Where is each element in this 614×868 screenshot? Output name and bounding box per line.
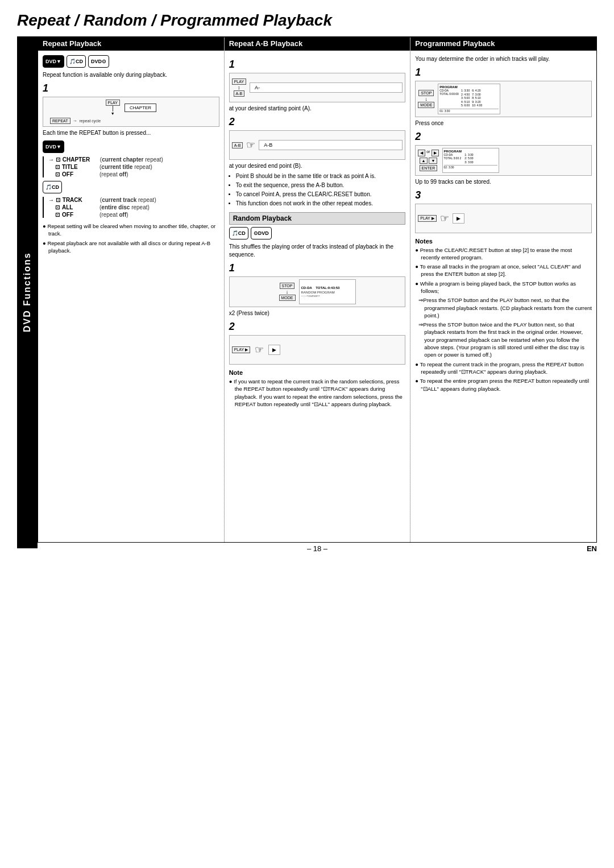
col1-header: Repeat Playback	[38, 37, 224, 51]
random-notes-section: Note ● If you want to repeat the current…	[229, 369, 406, 408]
col3-step1-label: 1	[415, 67, 592, 78]
random-dvd-icon: ⊙DVD	[251, 227, 272, 239]
col2-step2-label: 2	[229, 116, 406, 128]
random-note-title: Note	[229, 369, 406, 376]
col1-notes: ● Repeat setting will be cleared when mo…	[43, 222, 219, 254]
col1-note2: ● Repeat playback are not available with…	[43, 239, 219, 255]
page-title: Repeat / Random / Programmed Playback	[17, 11, 597, 30]
col2-step2-caption: at your desired end point (B).	[229, 162, 406, 170]
col-repeat-playback: Repeat Playback DVD▼ 🎵CD DVD⊙ Repeat fun…	[38, 37, 225, 542]
cd-icon2: 🎵CD	[43, 181, 62, 193]
col3-step2-label: 2	[415, 131, 592, 143]
col1-note1: ● Repeat setting will be cleared when mo…	[43, 222, 219, 238]
cd-repeat-tree: → ⊡ TRACK (current track repeat) ⊡ ALL (…	[43, 197, 219, 218]
col3-step2-diagram: ◀ or ▶ ▲ ▼ ENTER	[415, 145, 592, 176]
col-programmed-playback: Programmed Playback You may determine th…	[410, 37, 596, 542]
col1-step1-diagram: PLAY ▼ CHAPTER REPEAT → repea	[43, 97, 219, 127]
random-cd-icon: 🎵CD	[229, 227, 248, 239]
col2-note-cancel: To cancel Point A, press the CLEAR/C.RES…	[236, 191, 406, 199]
col2-step2-diagram: A-B ☞ A-B	[229, 130, 406, 160]
col2-step1-diagram: PLAY ↕ A-B A-	[229, 73, 406, 102]
col3-step1-caption: Press once	[415, 119, 592, 127]
col3-note5: ⇒Press the STOP button twice and the PLA…	[415, 321, 592, 358]
col3-notes-title: Notes	[415, 238, 592, 245]
col3-intro: You may determine the order in which tra…	[415, 55, 592, 63]
col3-header: Programmed Playback	[410, 37, 596, 51]
col2-step1-caption: at your desired starting point (A).	[229, 105, 406, 113]
col-repeat-ab: Repeat A-B Playback 1 PLAY ↕ A-B A-	[225, 37, 411, 542]
dvd-disc-icon: DVD⊙	[88, 55, 109, 68]
col3-note1: ● Press the CLEAR/C.RESET button at step…	[415, 246, 592, 262]
col1-step1-label: 1	[43, 82, 219, 94]
col3-note4: ⇒Press the STOP button and the PLAY butt…	[415, 296, 592, 319]
col3-step1-diagram: STOP ↓ MODE PROGRAM CD-DA TOTAL 0:00:00	[415, 81, 592, 117]
cd-icon1: 🎵CD	[67, 55, 86, 68]
col2-note-function: This function does not work in the other…	[236, 200, 406, 208]
col3-step3-diagram: PLAY ▶ ☞ ▶	[415, 204, 592, 233]
dvdv-icon2: DVD▼	[43, 140, 64, 153]
col3-note6: ● To repeat the current track in the pro…	[415, 361, 592, 376]
en-label: EN	[587, 544, 597, 553]
random-step2-label: 2	[229, 321, 406, 333]
col3-note7: ● To repeat the entire program press the…	[415, 377, 592, 392]
col2-note-pointb: Point B should be in the same title or t…	[236, 172, 406, 180]
random-step1-label: 1	[229, 262, 406, 274]
col1-cd-icons: 🎵CD	[43, 181, 219, 193]
col2-note-exit: To exit the sequence, press the A-B butt…	[236, 181, 406, 189]
col3-note2: ● To erase all tracks in the program at …	[415, 263, 592, 278]
col2-notes: Point B should be in the same title or t…	[236, 172, 406, 208]
random-step2-diagram: PLAY ▶ ☞ ▶	[229, 335, 406, 365]
col3-note3: ● While a program is being played back, …	[415, 280, 592, 295]
side-tab-label: DVD Functions	[17, 36, 38, 548]
col2-header: Repeat A-B Playback	[225, 37, 410, 51]
col1-device-icons: DVD▼ 🎵CD DVD⊙	[43, 55, 219, 68]
random-header: Random Playback	[229, 212, 406, 225]
col1-step1-caption: Each time the REPEAT button is pressed..…	[43, 129, 219, 137]
random-intro: This shuffles the playing order of track…	[229, 243, 406, 259]
col3-step2-caption: Up to 99 tracks can be stored.	[415, 178, 592, 186]
col3-notes-section: Notes ● Press the CLEAR/C.RESET button a…	[415, 238, 592, 392]
col1-intro: Repeat function is available only during…	[43, 71, 219, 79]
dvd-repeat-tree: → ⊡ CHAPTER (current chapter repeat) ⊡ T…	[43, 156, 219, 177]
random-step1-caption: x2 (Press twice)	[229, 309, 406, 317]
col2-step1-label: 1	[229, 59, 406, 71]
dvdv-icon: DVD▼	[43, 55, 64, 68]
random-note1: ● If you want to repeat the current trac…	[229, 378, 406, 408]
col3-step3-label: 3	[415, 189, 592, 201]
page-number: – 18 –	[307, 544, 327, 553]
col1-dvd-icons: DVD▼	[43, 140, 219, 153]
random-step1-diagram: STOP ↓ MODE CD-DA TOTAL:0:43:53 RANDOM P…	[229, 276, 406, 307]
random-device-icons: 🎵CD ⊙DVD	[229, 227, 406, 239]
